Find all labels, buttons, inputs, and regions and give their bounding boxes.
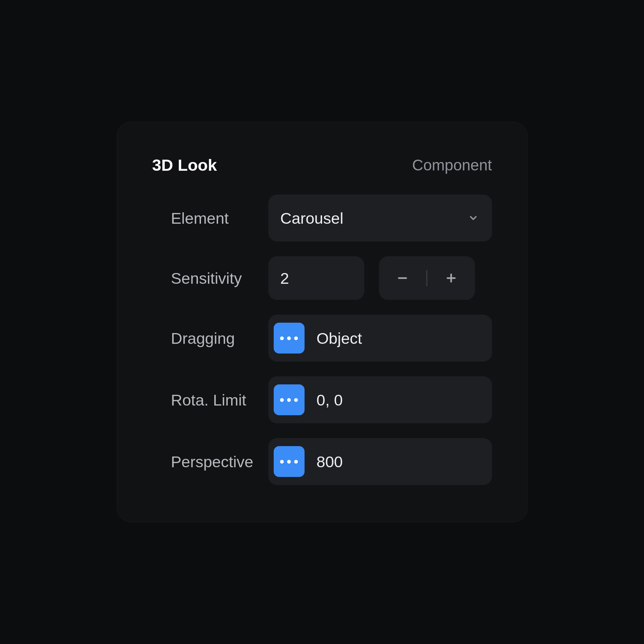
panel-header: 3D Look Component (152, 156, 492, 174)
perspective-input[interactable]: 800 (268, 438, 492, 485)
panel-type-label: Component (412, 156, 492, 174)
sensitivity-label: Sensitivity (152, 269, 256, 287)
properties-panel: 3D Look Component Element Carousel Sensi… (117, 122, 528, 522)
decrement-button[interactable] (379, 256, 427, 300)
row-sensitivity: Sensitivity 2 (152, 256, 492, 300)
rota-limit-label: Rota. Limit (152, 391, 256, 409)
dragging-label: Dragging (152, 329, 256, 347)
variable-chip[interactable] (274, 446, 305, 477)
ellipsis-icon (280, 336, 298, 340)
perspective-value: 800 (317, 452, 343, 471)
ellipsis-icon (280, 460, 298, 464)
panel-title: 3D Look (152, 156, 217, 174)
increment-button[interactable] (427, 256, 475, 300)
row-element: Element Carousel (152, 195, 492, 241)
rota-limit-input[interactable]: 0, 0 (268, 376, 492, 423)
element-select-value: Carousel (280, 209, 343, 227)
element-label: Element (152, 209, 256, 227)
sensitivity-input[interactable]: 2 (268, 256, 364, 300)
element-select[interactable]: Carousel (268, 195, 492, 241)
chevron-down-icon (468, 213, 479, 223)
variable-chip[interactable] (274, 384, 305, 415)
rota-limit-value: 0, 0 (317, 391, 343, 409)
dragging-value: Object (317, 329, 362, 347)
sensitivity-stepper (379, 256, 475, 300)
dragging-input[interactable]: Object (268, 315, 492, 362)
sensitivity-value: 2 (280, 269, 289, 287)
row-perspective: Perspective 800 (152, 438, 492, 485)
perspective-label: Perspective (152, 452, 256, 471)
ellipsis-icon (280, 398, 298, 402)
variable-chip[interactable] (274, 323, 305, 354)
row-dragging: Dragging Object (152, 315, 492, 362)
row-rota-limit: Rota. Limit 0, 0 (152, 376, 492, 423)
